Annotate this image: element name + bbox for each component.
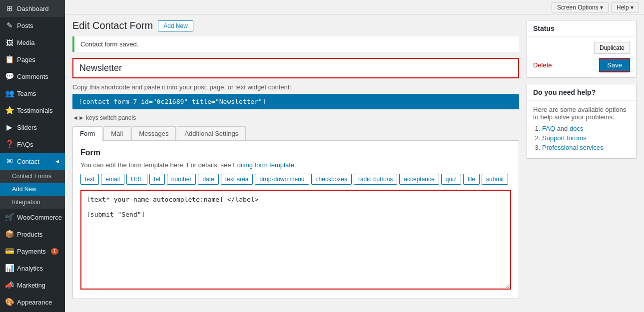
dashboard-icon: ⊞ [5, 4, 14, 13]
help-panel-body: Here are some available options to help … [527, 101, 636, 158]
payments-badge: 1 [51, 248, 59, 255]
form-panel-title: Form [80, 148, 511, 157]
support-forums-link[interactable]: Support forums [542, 134, 587, 142]
tag-btn-radio[interactable]: radio buttons [354, 174, 397, 185]
sidebar-item-faqs[interactable]: ❓ FAQs [0, 136, 65, 153]
sidebar-item-products[interactable]: 📦 Products [0, 226, 65, 243]
sidebar-item-pages[interactable]: 📋 Pages [0, 51, 65, 68]
screen-options-button[interactable]: Screen Options ▾ [552, 2, 609, 12]
tag-btn-file[interactable]: file [463, 174, 480, 185]
sidebar-item-label: Analytics [17, 265, 43, 272]
tag-btn-checkboxes[interactable]: checkboxes [311, 174, 352, 185]
sidebar-item-sliders[interactable]: ▶ Sliders [0, 119, 65, 136]
tag-buttons: text email URL tel number date text area… [80, 174, 511, 185]
tag-btn-email[interactable]: email [101, 174, 124, 185]
contact-submenu: Contact Forms Add New Integration [0, 170, 65, 209]
help-intro: Here are some available options to help … [533, 106, 630, 121]
status-panel-body: Duplicate Delete Save [527, 37, 636, 77]
docs-link[interactable]: docs [570, 125, 583, 132]
sidebar-item-posts[interactable]: ✎ Posts [0, 17, 65, 34]
tab-form[interactable]: Form [72, 126, 102, 141]
sidebar-item-appearance[interactable]: 🎨 Appearance [0, 294, 65, 311]
sidebar-item-label: Appearance [17, 299, 52, 306]
tag-btn-date[interactable]: date [198, 174, 218, 185]
sidebar-item-dashboard[interactable]: ⊞ Dashboard [0, 0, 65, 17]
topbar: Screen Options ▾ Help ▾ [65, 0, 644, 15]
sliders-icon: ▶ [5, 123, 14, 132]
sidebar-item-label: Payments [17, 248, 46, 255]
help-links-list: FAQ and docs Support forums Professional… [533, 125, 630, 151]
media-icon: 🖼 [5, 38, 14, 47]
sidebar-item-label: Marketing [17, 282, 45, 289]
tag-btn-acceptance[interactable]: acceptance [399, 174, 439, 185]
main-content: Screen Options ▾ Help ▾ Edit Contact For… [65, 0, 644, 312]
page-title: Edit Contact Form [72, 20, 153, 31]
sidebar-item-add-new[interactable]: Add New [0, 183, 65, 196]
editing-template-link[interactable]: Editing form template. [233, 161, 296, 169]
right-column: Status Duplicate Delete Save Do you need… [527, 20, 637, 307]
professional-services-link[interactable]: Professional services [542, 144, 604, 151]
sidebar-item-teams[interactable]: 👥 Teams [0, 85, 65, 102]
help-panel-title: Do you need help? [527, 84, 636, 101]
products-icon: 📦 [5, 230, 14, 239]
tag-btn-number[interactable]: number [167, 174, 196, 185]
sidebar-item-payments[interactable]: 💳 Payments 1 [0, 243, 65, 260]
tag-btn-submit[interactable]: submit [482, 174, 508, 185]
pages-icon: 📋 [5, 55, 14, 64]
tag-btn-textarea[interactable]: text area [221, 174, 253, 185]
form-panel: Form You can edit the form template here… [72, 141, 519, 299]
faq-link[interactable]: FAQ [542, 125, 555, 132]
tag-btn-url[interactable]: URL [126, 174, 147, 185]
analytics-icon: 📊 [5, 264, 14, 273]
action-row: Delete Save [533, 58, 630, 72]
sidebar-item-contact-forms[interactable]: Contact Forms [0, 170, 65, 183]
duplicate-button[interactable]: Duplicate [594, 42, 630, 54]
sidebar-item-comments[interactable]: 💬 Comments [0, 68, 65, 85]
sidebar-item-marketing[interactable]: 📣 Marketing [0, 277, 65, 294]
form-title-input[interactable] [72, 58, 519, 78]
sidebar-item-media[interactable]: 🖼 Media [0, 34, 65, 51]
tag-btn-tel[interactable]: tel [149, 174, 165, 185]
contact-icon: ✉ [5, 157, 14, 166]
tag-btn-text[interactable]: text [80, 174, 99, 185]
tab-messages[interactable]: Messages [131, 126, 176, 140]
tag-btn-quiz[interactable]: quiz [441, 174, 461, 185]
sidebar-item-testimonials[interactable]: ⭐ Testimonials [0, 102, 65, 119]
help-button[interactable]: Help ▾ [611, 2, 639, 12]
keys-switch: ◄► keys switch panels [72, 114, 519, 121]
status-panel: Status Duplicate Delete Save [527, 20, 637, 78]
sidebar-item-contact[interactable]: ✉ Contact ◄ [0, 153, 65, 170]
sidebar-item-label: FAQs [17, 141, 33, 148]
help-panel: Do you need help? Here are some availabl… [527, 84, 637, 159]
sidebar-item-woocommerce[interactable]: 🛒 WooCommerce [0, 209, 65, 226]
appearance-icon: 🎨 [5, 298, 14, 307]
comments-icon: 💬 [5, 72, 14, 81]
content-area: Edit Contact Form Add New Contact form s… [65, 15, 644, 312]
sidebar-item-analytics[interactable]: 📊 Analytics [0, 260, 65, 277]
posts-icon: ✎ [5, 21, 14, 30]
sidebar-item-label: Sliders [17, 124, 37, 131]
payments-icon: 💳 [5, 247, 14, 256]
sidebar-item-label: Products [17, 231, 42, 238]
woocommerce-icon: 🛒 [5, 213, 14, 222]
sidebar-item-integration[interactable]: Integration [0, 196, 65, 209]
sidebar: ⊞ Dashboard ✎ Posts 🖼 Media 📋 Pages 💬 Co… [0, 0, 65, 312]
testimonials-icon: ⭐ [5, 106, 14, 115]
add-new-button[interactable]: Add New [158, 20, 193, 31]
sidebar-item-label: WooCommerce [17, 214, 62, 221]
help-list-item-3: Professional services [542, 144, 630, 151]
sidebar-item-label: Media [17, 39, 34, 46]
form-code-editor[interactable] [80, 190, 511, 290]
shortcode-bar[interactable]: [contact-form-7 id="0c21689" title="News… [72, 94, 519, 109]
tag-btn-dropdown[interactable]: drop-down menu [255, 174, 309, 185]
status-panel-title: Status [527, 20, 636, 37]
tab-mail[interactable]: Mail [103, 126, 130, 140]
tab-additional-settings[interactable]: Additional Settings [177, 126, 246, 140]
faqs-icon: ❓ [5, 140, 14, 149]
sidebar-item-label: Testimonials [17, 107, 53, 114]
form-panel-desc: You can edit the form template here. For… [80, 161, 511, 169]
delete-link[interactable]: Delete [533, 61, 552, 69]
sidebar-item-label: Dashboard [17, 5, 49, 12]
topbar-right: Screen Options ▾ Help ▾ [552, 2, 639, 12]
save-button[interactable]: Save [599, 58, 630, 72]
